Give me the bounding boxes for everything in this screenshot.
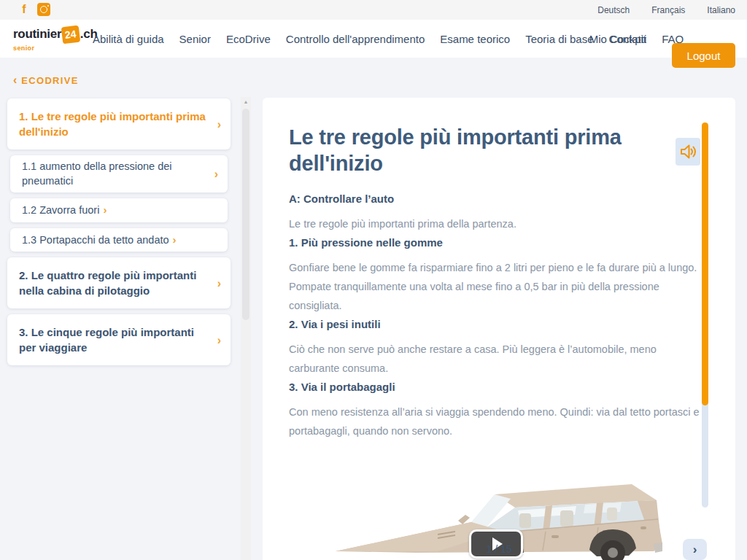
sidebar-scrollbar[interactable] — [241, 97, 251, 560]
scroll-up-arrow-icon[interactable] — [241, 99, 251, 104]
sidebar-item-1[interactable]: 1. Le tre regole più importanti prima de… — [7, 98, 231, 149]
nav-item-mio-cockpit[interactable]: Mio Cockpit — [589, 20, 646, 58]
chevron-right-icon — [103, 203, 107, 216]
logo-badge-24: 24 — [61, 26, 80, 44]
audio-readaloud-button[interactable] — [676, 138, 700, 166]
page-counter: 1 / 15 — [263, 543, 735, 555]
section-heading-3: 3. Via il portabagagli — [289, 381, 701, 394]
chevron-right-icon — [214, 167, 218, 182]
sidebar-item-3[interactable]: 3. Le cinque regole più importanti per v… — [7, 314, 231, 365]
instagram-icon[interactable] — [37, 3, 50, 16]
content-scrollbar-thumb[interactable] — [702, 122, 708, 405]
section-body-3: Con meno resistenza all’aria si viaggia … — [289, 402, 703, 440]
back-chevron-icon — [13, 75, 21, 86]
chevron-right-icon — [217, 276, 221, 291]
section-body-a: Le tre regole più importanti prima della… — [289, 214, 703, 233]
sidebar-item-1-2[interactable]: 1.2 Zavorra fuori — [10, 198, 228, 222]
section-heading-1: 1. Più pressione nelle gomme — [289, 236, 701, 249]
breadcrumb-label: ECODRIVE — [21, 75, 78, 86]
nav-item-senior[interactable]: Senior — [179, 33, 211, 45]
lang-francais[interactable]: Français — [651, 5, 685, 15]
main-navbar: routinier24.ch senior Abilità di guida S… — [0, 20, 747, 58]
lesson-content-panel: Le tre regole più importanti prima dell'… — [263, 98, 735, 560]
section-body-2: Ciò che non serve può anche restare a ca… — [289, 340, 703, 378]
speaker-icon — [678, 142, 697, 161]
logout-button[interactable]: Logout — [672, 43, 735, 68]
nav-item-controllo-apprendimento[interactable]: Controllo dell'apprendimento — [286, 33, 425, 45]
logo-subtitle: senior — [13, 41, 98, 55]
lesson-sidebar: 1. Le tre regole più importanti prima de… — [7, 98, 231, 371]
nav-item-teoria-di-base[interactable]: Teoria di base — [525, 33, 593, 45]
lang-italiano[interactable]: Italiano — [707, 5, 735, 15]
sidebar-item-1-3[interactable]: 1.3 Portapacchi da tetto andato — [10, 228, 228, 252]
nav-item-abilita-di-guida[interactable]: Abilità di guida — [93, 33, 164, 45]
top-utility-bar: f Deutsch Français Italiano — [0, 0, 747, 20]
next-page-button[interactable] — [683, 539, 707, 560]
language-switcher: Deutsch Français Italiano — [597, 0, 735, 20]
section-heading-2: 2. Via i pesi inutili — [289, 318, 701, 331]
page-title: Le tre regole più importanti prima dell'… — [289, 124, 668, 176]
logo-text-1: routinier — [13, 27, 61, 41]
breadcrumb[interactable]: ECODRIVE — [13, 74, 79, 87]
sidebar-item-label: 1. Le tre regole più importanti prima de… — [19, 110, 206, 138]
sidebar-item-label: 1.3 Portapacchi da tetto andato — [22, 234, 169, 246]
logo[interactable]: routinier24.ch senior — [13, 26, 98, 55]
sidebar-item-1-1[interactable]: 1.1 aumento della pressione dei pneumati… — [10, 155, 228, 192]
section-heading-a: A: Controllare l’auto — [289, 192, 701, 206]
sidebar-item-label: 1.1 aumento della pressione dei pneumati… — [22, 160, 172, 187]
chevron-right-icon — [217, 332, 221, 348]
sidebar-scrollbar-thumb[interactable] — [242, 109, 249, 320]
section-body-1: Gonfiare bene le gomme fa risparmiare fi… — [289, 258, 703, 315]
lang-deutsch[interactable]: Deutsch — [597, 5, 630, 15]
chevron-right-icon — [173, 233, 177, 246]
sidebar-item-label: 3. Le cinque regole più importanti per v… — [19, 326, 194, 354]
chevron-right-icon — [217, 117, 221, 132]
sidebar-item-label: 2. Le quattro regole più importanti nell… — [19, 269, 196, 297]
nav-item-esame-teorico[interactable]: Esame teorico — [440, 33, 510, 45]
nav-item-ecodrive[interactable]: EcoDrive — [226, 33, 271, 45]
facebook-icon[interactable]: f — [18, 3, 31, 16]
sidebar-item-label: 1.2 Zavorra fuori — [22, 204, 99, 216]
sidebar-item-2[interactable]: 2. Le quattro regole più importanti nell… — [7, 257, 231, 308]
